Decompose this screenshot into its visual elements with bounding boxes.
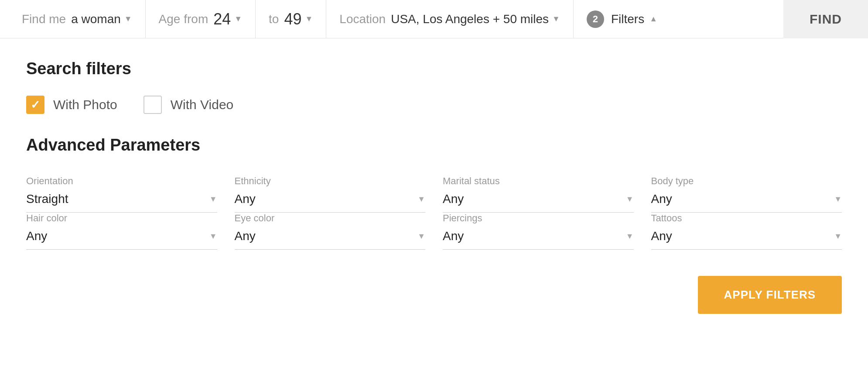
param-value-hair-color: Any bbox=[26, 229, 47, 243]
checkboxes-row: With Photo With Video bbox=[26, 96, 842, 114]
with-photo-checkbox-item[interactable]: With Photo bbox=[26, 96, 117, 114]
param-label-eye-color: Eye color bbox=[235, 213, 426, 224]
age-from-section: Age from 24 ▼ bbox=[146, 0, 256, 38]
param-value-piercings: Any bbox=[443, 229, 464, 243]
find-button[interactable]: FIND bbox=[783, 0, 868, 38]
age-from-label: Age from bbox=[159, 12, 208, 26]
param-group-orientation: OrientationStraight▼ bbox=[26, 175, 217, 213]
age-from-dropdown-icon[interactable]: ▼ bbox=[234, 14, 242, 24]
param-select-tattoos[interactable]: Any▼ bbox=[651, 229, 842, 250]
param-dropdown-icon-eye-color[interactable]: ▼ bbox=[417, 232, 425, 241]
param-label-orientation: Orientation bbox=[26, 175, 217, 187]
location-section: Location USA, Los Angeles + 50 miles ▼ bbox=[326, 0, 574, 38]
location-label: Location bbox=[339, 12, 386, 26]
with-photo-checkbox[interactable] bbox=[26, 96, 44, 114]
param-label-piercings: Piercings bbox=[443, 213, 634, 224]
param-group-tattoos: TattoosAny▼ bbox=[651, 213, 842, 250]
age-to-section: to 49 ▼ bbox=[256, 0, 326, 38]
param-group-ethnicity: EthnicityAny▼ bbox=[235, 175, 426, 213]
param-dropdown-icon-ethnicity[interactable]: ▼ bbox=[417, 195, 425, 204]
apply-row: APPLY FILTERS bbox=[26, 276, 842, 314]
location-value[interactable]: USA, Los Angeles + 50 miles bbox=[391, 12, 549, 26]
param-group-body-type: Body typeAny▼ bbox=[651, 175, 842, 213]
search-filters-title: Search filters bbox=[26, 59, 842, 78]
main-content: Search filters With Photo With Video Adv… bbox=[0, 38, 868, 392]
with-video-checkbox[interactable] bbox=[144, 96, 162, 114]
params-grid-row1: OrientationStraight▼EthnicityAny▼Marital… bbox=[26, 175, 842, 250]
top-bar: Find me a woman ▼ Age from 24 ▼ to 49 ▼ … bbox=[0, 0, 868, 38]
param-dropdown-icon-hair-color[interactable]: ▼ bbox=[209, 232, 217, 241]
age-to-dropdown-icon[interactable]: ▼ bbox=[305, 14, 313, 24]
param-select-body-type[interactable]: Any▼ bbox=[651, 192, 842, 213]
age-from-value[interactable]: 24 bbox=[213, 10, 231, 28]
filters-badge: 2 bbox=[587, 10, 604, 28]
param-label-tattoos: Tattoos bbox=[651, 213, 842, 224]
param-value-body-type: Any bbox=[651, 192, 672, 206]
with-photo-label: With Photo bbox=[53, 97, 117, 112]
param-dropdown-icon-tattoos[interactable]: ▼ bbox=[834, 232, 842, 241]
advanced-parameters-title: Advanced Parameters bbox=[26, 136, 842, 155]
param-group-eye-color: Eye colorAny▼ bbox=[235, 213, 426, 250]
apply-filters-button[interactable]: APPLY FILTERS bbox=[698, 276, 842, 314]
param-value-eye-color: Any bbox=[235, 229, 256, 243]
param-select-hair-color[interactable]: Any▼ bbox=[26, 229, 217, 250]
find-me-value[interactable]: a woman bbox=[71, 12, 121, 26]
param-select-piercings[interactable]: Any▼ bbox=[443, 229, 634, 250]
param-group-piercings: PiercingsAny▼ bbox=[443, 213, 634, 250]
param-dropdown-icon-body-type[interactable]: ▼ bbox=[834, 195, 842, 204]
param-dropdown-icon-orientation[interactable]: ▼ bbox=[209, 195, 217, 204]
param-value-marital-status: Any bbox=[443, 192, 464, 206]
find-me-section: Find me a woman ▼ bbox=[9, 0, 146, 38]
age-to-value[interactable]: 49 bbox=[284, 10, 301, 28]
param-label-marital-status: Marital status bbox=[443, 175, 634, 187]
param-select-eye-color[interactable]: Any▼ bbox=[235, 229, 426, 250]
param-select-orientation[interactable]: Straight▼ bbox=[26, 192, 217, 213]
param-label-hair-color: Hair color bbox=[26, 213, 217, 224]
param-dropdown-icon-piercings[interactable]: ▼ bbox=[626, 232, 634, 241]
param-group-hair-color: Hair colorAny▼ bbox=[26, 213, 217, 250]
filters-section[interactable]: 2 Filters ▲ bbox=[574, 0, 670, 38]
param-dropdown-icon-marital-status[interactable]: ▼ bbox=[626, 195, 634, 204]
filters-arrow-icon[interactable]: ▲ bbox=[649, 14, 657, 24]
with-video-checkbox-item[interactable]: With Video bbox=[144, 96, 234, 114]
param-value-tattoos: Any bbox=[651, 229, 672, 243]
param-label-body-type: Body type bbox=[651, 175, 842, 187]
param-value-orientation: Straight bbox=[26, 192, 68, 206]
filters-label: Filters bbox=[611, 12, 644, 26]
param-label-ethnicity: Ethnicity bbox=[235, 175, 426, 187]
to-label: to bbox=[269, 12, 279, 26]
param-group-marital-status: Marital statusAny▼ bbox=[443, 175, 634, 213]
param-select-ethnicity[interactable]: Any▼ bbox=[235, 192, 426, 213]
find-me-label: Find me bbox=[22, 12, 66, 26]
param-value-ethnicity: Any bbox=[235, 192, 256, 206]
find-me-dropdown-icon[interactable]: ▼ bbox=[124, 14, 132, 24]
param-select-marital-status[interactable]: Any▼ bbox=[443, 192, 634, 213]
location-dropdown-icon[interactable]: ▼ bbox=[552, 14, 560, 24]
with-video-label: With Video bbox=[171, 97, 234, 112]
